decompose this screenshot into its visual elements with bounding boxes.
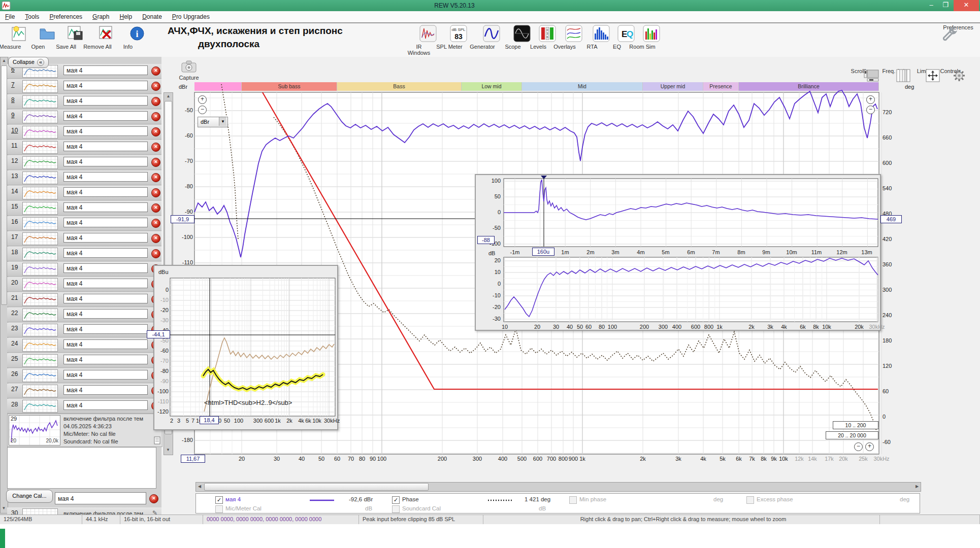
scrollbar-thumb[interactable] <box>1 65 7 305</box>
measurement-row-10[interactable]: 10мая 4✕ <box>7 125 161 140</box>
measurement-row-16[interactable]: 16мая 4✕ <box>7 216 161 231</box>
measurement-row-26[interactable]: 26мая 4✕ <box>7 368 161 383</box>
measurement-name-input[interactable]: мая 4 <box>63 96 148 106</box>
measurement-name-input[interactable]: мая 4 <box>55 492 146 504</box>
menu-help[interactable]: Help <box>114 11 137 22</box>
measurement-name-input[interactable]: мая 4 <box>63 218 148 227</box>
measurement-row-8[interactable]: 8мая 4✕ <box>7 94 161 109</box>
zoom-out-button[interactable]: − <box>854 442 863 451</box>
title-bar[interactable]: REW V5.20.13 – ❐ ✕ <box>0 0 980 11</box>
toolbar-overlays-button[interactable]: Overlays <box>550 24 579 50</box>
measurement-row-11[interactable]: 11мая 4✕ <box>7 140 161 155</box>
measurement-row-7[interactable]: 7мая 4✕ <box>7 79 161 94</box>
delete-measurement-icon[interactable]: ✕ <box>151 82 160 91</box>
measurement-row-21[interactable]: 21мая 4✕ <box>7 292 161 307</box>
zoom-out-button[interactable]: − <box>198 106 207 114</box>
freq-axis-button[interactable]: Freq. Axis <box>878 68 911 74</box>
delete-measurement-icon[interactable]: ✕ <box>151 173 160 182</box>
menu-pro-upgrades[interactable]: Pro Upgrades <box>167 11 215 22</box>
delete-measurement-icon[interactable]: ✕ <box>151 112 160 121</box>
measurement-row-24[interactable]: 24мая 4✕ <box>7 338 161 353</box>
measurement-name-input[interactable]: мая 4 <box>63 294 148 303</box>
delete-measurement-icon[interactable]: ✕ <box>151 97 160 106</box>
measurement-name-input[interactable]: мая 4 <box>63 233 148 243</box>
menu-tools[interactable]: Tools <box>20 11 44 22</box>
menu-file[interactable]: File <box>0 11 20 22</box>
preferences-button[interactable]: Preferences <box>940 24 976 30</box>
measurement-name-input[interactable]: мая 4 <box>63 324 148 334</box>
zoom-in-button[interactable]: + <box>198 95 207 104</box>
zoom-in-button[interactable]: + <box>865 442 874 451</box>
delete-measurement-icon[interactable]: ✕ <box>151 234 160 243</box>
toolbar-measure-button[interactable]: Measure <box>0 24 24 50</box>
scrollbars-button[interactable]: Scrollbars <box>847 68 879 74</box>
scroll-left-icon[interactable]: ◀ <box>196 483 203 490</box>
zoom-out-button[interactable]: − <box>866 106 875 114</box>
delete-measurement-icon[interactable]: ✕ <box>151 188 160 197</box>
measurement-row-19[interactable]: 19мая 4✕ <box>7 262 161 277</box>
measurement-row-13[interactable]: 13мая 4✕ <box>7 170 161 185</box>
measurement-name-input[interactable]: мая 4 <box>63 370 148 380</box>
toolbar-save-all-button[interactable]: Save All <box>52 24 80 50</box>
measurement-name-input[interactable]: мая 4 <box>63 400 148 410</box>
y-axis-dropdown[interactable]: dBr ▼ <box>198 117 228 127</box>
scrollbar-thumb[interactable] <box>204 483 429 491</box>
measurement-name-input[interactable]: мая 4 <box>63 355 148 364</box>
delete-measurement-icon[interactable]: ✕ <box>149 494 158 503</box>
toolbar-eq-button[interactable]: EQEQ <box>603 24 631 50</box>
delete-measurement-icon[interactable]: ✕ <box>151 203 160 213</box>
toolbar-generator-button[interactable]: Generator <box>468 24 497 50</box>
graph-hscrollbar[interactable]: ◀ ▶ <box>195 482 921 492</box>
measurement-name-input[interactable]: мая 4 <box>63 202 148 212</box>
measurement-row-27[interactable]: 27мая 4✕ <box>7 384 161 398</box>
delete-measurement-icon[interactable]: ✕ <box>151 158 160 167</box>
scroll-down-icon[interactable]: ▼ <box>164 447 172 454</box>
excess-phase-checkbox[interactable] <box>746 496 754 504</box>
measurement-name-input[interactable]: мая 4 <box>63 279 148 288</box>
toolbar-spl-meter-button[interactable]: dB SPL83SPL Meter <box>435 24 464 50</box>
zoom-in-button[interactable]: + <box>866 95 875 104</box>
measurement-row-23[interactable]: 23мая 4✕ <box>7 323 161 337</box>
measurement-name-input[interactable]: мая 4 <box>63 385 148 395</box>
measurement-name-input[interactable]: мая 4 <box>63 187 148 197</box>
delete-measurement-icon[interactable]: ✕ <box>151 219 160 228</box>
delete-measurement-icon[interactable]: ✕ <box>151 249 160 258</box>
controls-button[interactable]: Controls <box>934 68 967 74</box>
mic-cal-checkbox[interactable] <box>215 505 223 513</box>
toolbar-remove-all-button[interactable]: ✕Remove All <box>83 24 112 50</box>
measurement-name-input[interactable]: мая 4 <box>63 339 148 349</box>
measurement-name-input[interactable]: мая 4 <box>63 111 148 121</box>
change-cal-button[interactable]: Change Cal... <box>6 490 53 503</box>
measurement-row-18[interactable]: 18мая 4✕ <box>7 247 161 261</box>
x-range-box[interactable]: 20 .. 20 000 <box>826 431 878 439</box>
measurement-name-input[interactable]: мая 4 <box>63 263 148 273</box>
toolbar-open-button[interactable]: Open <box>24 24 52 50</box>
trace-checkbox[interactable]: ✓ <box>215 496 223 504</box>
measurement-name-input[interactable]: мая 4 <box>63 81 148 90</box>
measurement-name-input[interactable]: мая 4 <box>63 142 148 151</box>
collapse-button[interactable]: Collapse « <box>8 57 49 68</box>
measurement-name-input[interactable]: мая 4 <box>63 126 148 136</box>
scroll-right-icon[interactable]: ▶ <box>913 483 921 490</box>
measurement-row-20[interactable]: 20мая 4✕ <box>7 277 161 292</box>
measurement-name-input[interactable]: мая 4 <box>63 65 148 75</box>
toolbar-levels-button[interactable]: 036Levels <box>524 24 552 50</box>
notes-icon[interactable] <box>154 436 160 444</box>
measurement-row-28[interactable]: 28мая 4✕ <box>7 399 161 414</box>
capture-button[interactable]: Capture <box>179 60 199 81</box>
toolbar-ir-windows-button[interactable]: IR Windows <box>405 24 433 56</box>
measurement-name-input[interactable]: мая 4 <box>63 248 148 258</box>
selected-measurement-panel[interactable]: 29 20 20,0k включение фильтра после тем … <box>7 414 162 447</box>
thd-inset-window[interactable]: dBu <html>THD<sub>H2..9</sub> 0-10-20-30… <box>153 265 338 430</box>
x-range-box[interactable]: 10 .. 200 <box>833 421 878 429</box>
menu-preferences[interactable]: Preferences <box>44 11 87 22</box>
measurement-name-input[interactable]: мая 4 <box>63 309 148 319</box>
soundcard-cal-checkbox[interactable] <box>392 505 400 513</box>
measurement-row-9[interactable]: 9мая 4✕ <box>7 110 161 124</box>
measurement-row-22[interactable]: 22мая 4✕ <box>7 307 161 322</box>
notes-box[interactable] <box>7 447 156 489</box>
minimize-button[interactable]: – <box>924 0 938 11</box>
menu-donate[interactable]: Donate <box>137 11 167 22</box>
maximize-button[interactable]: ❐ <box>938 0 953 11</box>
toolbar-scope-button[interactable]: Scope <box>499 24 527 50</box>
